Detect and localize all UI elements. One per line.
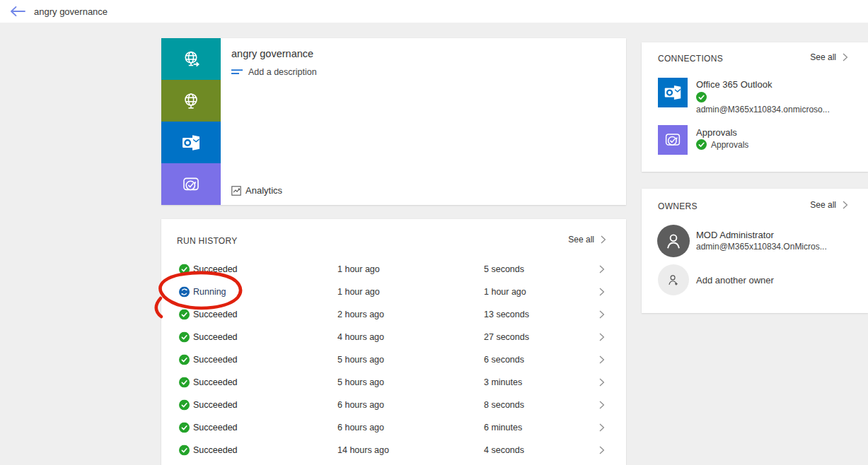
running-icon [179, 287, 190, 298]
globe-arrow-icon [161, 38, 221, 80]
run-history-card: RUN HISTORY See all Succeeded 1 hour ago… [161, 219, 626, 465]
chevron-right-icon [599, 355, 605, 364]
run-start-time: 5 hours ago [337, 377, 384, 387]
run-history-row[interactable]: Succeeded 2 hours ago 13 seconds [161, 303, 626, 326]
run-duration: 6 seconds [484, 355, 524, 365]
connection-name: Approvals [696, 127, 737, 138]
run-history-row[interactable]: Succeeded 1 hour ago 5 seconds [161, 258, 626, 281]
connected-check-icon [696, 139, 707, 150]
add-owner-label: Add another owner [696, 275, 774, 286]
run-duration: 1 hour ago [484, 287, 526, 297]
run-status-label: Succeeded [193, 332, 238, 342]
run-history-row[interactable]: Succeeded 5 hours ago 6 seconds [161, 348, 626, 371]
run-start-time: 1 hour ago [337, 287, 380, 297]
chevron-right-icon [599, 265, 605, 273]
chevron-right-icon [599, 423, 605, 432]
run-start-time: 6 hours ago [337, 400, 384, 410]
description-lines-icon [231, 68, 243, 76]
run-duration: 3 minutes [484, 377, 522, 387]
run-start-time: 6 hours ago [337, 423, 384, 432]
chevron-right-icon [601, 235, 606, 244]
succeeded-icon [179, 423, 190, 433]
connections-see-all[interactable]: See all [810, 52, 848, 62]
chevron-right-icon [599, 310, 605, 319]
topbar: angry governance [0, 0, 868, 23]
flow-title: angry governance [231, 48, 313, 59]
run-duration: 6 minutes [484, 423, 522, 432]
run-history-row[interactable]: Succeeded 5 hours ago 3 minutes [161, 371, 626, 394]
run-status-label: Running [193, 287, 226, 297]
approvals-icon [161, 163, 221, 205]
run-start-time: 4 hours ago [337, 332, 384, 342]
outlook-icon [658, 78, 688, 107]
flow-summary-card: angry governance Add a description Analy… [161, 38, 626, 205]
owner-name: MOD Administrator [696, 230, 774, 240]
analytics-label: Analytics [245, 185, 282, 196]
run-duration: 8 seconds [484, 400, 524, 410]
chevron-right-icon [843, 201, 848, 209]
connections-card: CONNECTIONS See all Office 365 Outlook a… [642, 42, 868, 172]
run-start-time: 5 hours ago [337, 355, 384, 365]
run-start-time: 1 hour ago [337, 264, 380, 274]
chevron-right-icon [599, 333, 605, 341]
connections-title: CONNECTIONS [658, 54, 723, 64]
avatar [657, 225, 690, 257]
back-arrow-icon[interactable] [10, 6, 25, 17]
run-status-label: Succeeded [193, 445, 238, 455]
add-person-icon [658, 264, 689, 295]
run-duration: 4 seconds [484, 445, 524, 455]
run-start-time: 2 hours ago [337, 310, 384, 319]
owners-card: OWNERS See all MOD Administrator admin@M… [642, 189, 868, 313]
owners-see-all[interactable]: See all [810, 200, 848, 210]
approvals-icon [658, 125, 688, 155]
add-description-button[interactable]: Add a description [231, 67, 317, 77]
run-history-row[interactable]: Succeeded 4 hours ago 27 seconds [161, 326, 626, 348]
succeeded-icon [179, 355, 190, 365]
connection-name: Office 365 Outlook [696, 79, 772, 90]
chevron-right-icon [599, 288, 605, 296]
globe-icon [161, 80, 221, 122]
run-duration: 13 seconds [484, 310, 529, 319]
run-history-rows: Succeeded 1 hour ago 5 seconds Running 1… [161, 258, 626, 461]
run-status-label: Succeeded [193, 355, 238, 365]
succeeded-icon [179, 445, 190, 456]
owners-title: OWNERS [658, 201, 698, 211]
run-history-title: RUN HISTORY [177, 236, 238, 246]
run-status-label: Succeeded [193, 377, 238, 387]
succeeded-icon [179, 400, 190, 411]
analytics-chart-icon [231, 186, 241, 196]
flow-step-tiles [161, 38, 221, 205]
add-description-label: Add a description [248, 67, 317, 77]
succeeded-icon [179, 377, 190, 388]
succeeded-icon [179, 310, 190, 320]
run-start-time: 14 hours ago [337, 445, 389, 455]
chevron-right-icon [843, 53, 848, 61]
run-history-see-all[interactable]: See all [568, 235, 606, 245]
owner-email: admin@M365x110834.OnMicros... [696, 242, 827, 252]
run-history-row[interactable]: Succeeded 14 hours ago 4 seconds [161, 439, 626, 461]
chevron-right-icon [599, 446, 605, 454]
analytics-link[interactable]: Analytics [231, 185, 282, 196]
run-history-row[interactable]: Running 1 hour ago 1 hour ago [161, 281, 626, 303]
run-status-label: Succeeded [193, 264, 238, 274]
succeeded-icon [179, 264, 190, 275]
succeeded-icon [179, 332, 190, 343]
connection-account: admin@M365x110834.onmicroso... [696, 105, 830, 114]
run-status-label: Succeeded [193, 423, 238, 432]
run-status-label: Succeeded [193, 400, 238, 410]
chevron-right-icon [599, 401, 605, 409]
chevron-right-icon [599, 378, 605, 387]
connected-check-icon [696, 92, 707, 102]
outlook-icon [161, 122, 221, 163]
run-duration: 27 seconds [484, 332, 529, 342]
run-history-row[interactable]: Succeeded 6 hours ago 8 seconds [161, 394, 626, 416]
run-status-label: Succeeded [193, 310, 238, 319]
run-history-row[interactable]: Succeeded 6 hours ago 6 minutes [161, 416, 626, 439]
run-duration: 5 seconds [484, 264, 524, 274]
page-title: angry governance [34, 6, 108, 17]
connection-account: Approvals [711, 140, 748, 150]
